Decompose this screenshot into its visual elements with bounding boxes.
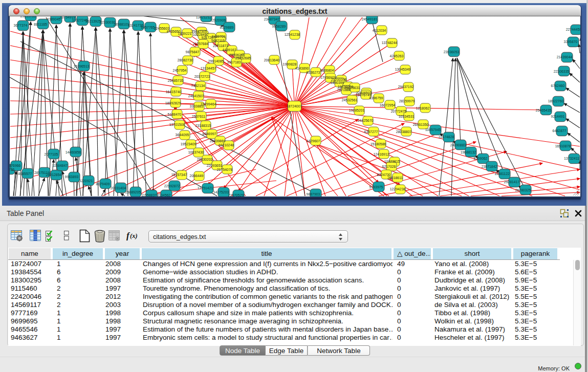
svg-text:26939869: 26939869 — [210, 139, 226, 143]
svg-text:9958289: 9958289 — [272, 25, 286, 28]
svg-text:22093651: 22093651 — [207, 164, 223, 167]
svg-text:8806804: 8806804 — [320, 69, 334, 72]
svg-text:6742460: 6742460 — [551, 84, 565, 87]
svg-text:2457954: 2457954 — [173, 69, 187, 72]
svg-text:9983893: 9983893 — [65, 175, 79, 179]
svg-text:10710248: 10710248 — [219, 143, 234, 147]
svg-text:23971842: 23971842 — [482, 165, 497, 168]
svg-text:4112034: 4112034 — [373, 29, 386, 32]
svg-text:24090883: 24090883 — [450, 143, 466, 147]
svg-text:24425670: 24425670 — [358, 119, 374, 122]
svg-text:4429607: 4429607 — [307, 139, 320, 143]
svg-text:8489709: 8489709 — [212, 35, 226, 38]
svg-text:4245263: 4245263 — [390, 54, 404, 58]
svg-text:14275203: 14275203 — [213, 190, 229, 194]
svg-text:16396513: 16396513 — [74, 64, 90, 68]
svg-text:22570529: 22570529 — [228, 193, 244, 196]
svg-text:3333883: 3333883 — [190, 104, 204, 108]
svg-text:22992872: 22992872 — [164, 184, 180, 188]
svg-text:8646997: 8646997 — [203, 132, 216, 136]
svg-text:26461350: 26461350 — [413, 123, 429, 126]
svg-text:13701506: 13701506 — [169, 123, 185, 126]
svg-text:4143890: 4143890 — [295, 67, 309, 70]
svg-text:17751421: 17751421 — [198, 186, 213, 190]
svg-text:12294238: 12294238 — [390, 187, 406, 191]
svg-text:4389045: 4389045 — [47, 17, 61, 21]
svg-text:28038807: 28038807 — [396, 130, 412, 134]
svg-text:2066449: 2066449 — [190, 174, 204, 178]
svg-text:16213925: 16213925 — [85, 19, 101, 23]
svg-text:9887903: 9887903 — [307, 192, 320, 196]
svg-text:26780325: 26780325 — [515, 188, 531, 192]
svg-text:16510878: 16510878 — [555, 144, 571, 148]
svg-text:1218062: 1218062 — [416, 106, 430, 110]
svg-text:29699700: 29699700 — [20, 16, 36, 18]
svg-text:15180586: 15180586 — [371, 142, 386, 146]
svg-text:8336273: 8336273 — [307, 71, 320, 74]
svg-text:5682115: 5682115 — [211, 39, 225, 42]
svg-text:8134562: 8134562 — [157, 193, 171, 196]
svg-text:18724007: 18724007 — [287, 104, 302, 108]
svg-text:28012854: 28012854 — [46, 173, 62, 177]
svg-text:28159979: 28159979 — [399, 99, 415, 103]
svg-text:12920906: 12920906 — [210, 18, 226, 22]
svg-text:11584847: 11584847 — [52, 164, 68, 167]
svg-text:13045349: 13045349 — [395, 68, 411, 71]
svg-text:22744459: 22744459 — [566, 28, 580, 31]
svg-text:1890399: 1890399 — [331, 81, 344, 84]
svg-text:9214491: 9214491 — [551, 115, 565, 118]
svg-text:25485735: 25485735 — [168, 79, 184, 82]
svg-text:6357277: 6357277 — [364, 130, 378, 134]
svg-text:25465435: 25465435 — [536, 108, 552, 112]
svg-text:3220921: 3220921 — [79, 179, 93, 183]
svg-text:11558837: 11558837 — [141, 193, 157, 196]
svg-text:21257684: 21257684 — [193, 42, 209, 46]
svg-text:29914085: 29914085 — [208, 59, 224, 63]
svg-text:18922760: 18922760 — [548, 99, 564, 103]
svg-text:25852685: 25852685 — [235, 56, 251, 60]
svg-text:16072954: 16072954 — [380, 103, 396, 107]
svg-text:27038236: 27038236 — [10, 168, 14, 171]
svg-text:19285201: 19285201 — [349, 108, 365, 112]
svg-text:22306335: 22306335 — [554, 70, 570, 73]
svg-text:8811165: 8811165 — [34, 23, 47, 26]
svg-text:3644095: 3644095 — [176, 133, 189, 137]
svg-text:15157347: 15157347 — [171, 173, 187, 177]
svg-text:23936053: 23936053 — [444, 50, 460, 54]
svg-text:24549181: 24549181 — [362, 17, 378, 21]
svg-text:13134457: 13134457 — [201, 67, 216, 70]
svg-text:29281417: 29281417 — [504, 180, 520, 184]
svg-text:6457765: 6457765 — [141, 26, 155, 29]
svg-text:8685577: 8685577 — [18, 172, 32, 176]
svg-text:20031404: 20031404 — [111, 186, 126, 190]
svg-text:16415740: 16415740 — [166, 90, 182, 94]
svg-text:25711873: 25711873 — [213, 44, 228, 48]
svg-text:29437192: 29437192 — [398, 85, 414, 89]
svg-text:2077105: 2077105 — [45, 152, 58, 156]
svg-text:19688132: 19688132 — [461, 150, 476, 154]
svg-text:20772475: 20772475 — [391, 110, 407, 113]
svg-text:10323815: 10323815 — [384, 160, 400, 163]
svg-text:20372723: 20372723 — [194, 75, 210, 78]
svg-text:8396759: 8396759 — [369, 96, 383, 100]
svg-text:20813640: 20813640 — [264, 58, 280, 62]
svg-text:21754078: 21754078 — [217, 168, 233, 171]
svg-text:25025631: 25025631 — [344, 86, 360, 90]
svg-text:14460856: 14460856 — [66, 150, 81, 154]
svg-text:6217026: 6217026 — [382, 165, 396, 168]
svg-text:4439167: 4439167 — [223, 48, 236, 52]
svg-text:1839221: 1839221 — [178, 32, 192, 35]
svg-text:11881122: 11881122 — [494, 172, 510, 176]
svg-text:13732411: 13732411 — [564, 157, 579, 160]
svg-text:10057945: 10057945 — [425, 128, 441, 132]
svg-text:13421212: 13421212 — [196, 16, 212, 19]
svg-text:3395870: 3395870 — [564, 40, 578, 43]
svg-text:12541238: 12541238 — [285, 33, 300, 36]
svg-text:23487347: 23487347 — [264, 17, 280, 21]
svg-text:1999828: 1999828 — [283, 62, 297, 66]
svg-text:28082730: 28082730 — [178, 58, 193, 62]
svg-text:2876966: 2876966 — [10, 164, 21, 167]
svg-text:24532561: 24532561 — [342, 98, 358, 102]
svg-text:19523409: 19523409 — [181, 142, 197, 146]
svg-text:22474828: 22474828 — [439, 135, 454, 139]
